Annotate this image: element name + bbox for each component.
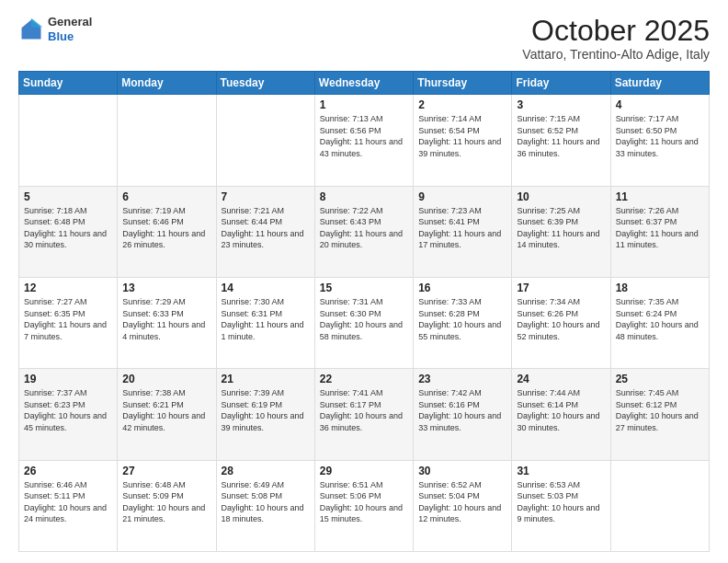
- day-cell: 13Sunrise: 7:29 AMSunset: 6:33 PMDayligh…: [118, 277, 216, 368]
- day-cell: 22Sunrise: 7:41 AMSunset: 6:17 PMDayligh…: [314, 369, 413, 460]
- day-info: Sunrise: 6:49 AMSunset: 5:08 PMDaylight:…: [222, 479, 310, 525]
- week-row-2: 5Sunrise: 7:18 AMSunset: 6:48 PMDaylight…: [19, 186, 710, 277]
- day-number: 14: [222, 282, 310, 294]
- day-cell: 11Sunrise: 7:26 AMSunset: 6:37 PMDayligh…: [610, 186, 709, 277]
- day-number: 17: [517, 282, 605, 294]
- day-number: 12: [24, 282, 112, 294]
- day-cell: 27Sunrise: 6:48 AMSunset: 5:09 PMDayligh…: [118, 460, 216, 551]
- day-number: 4: [616, 98, 704, 111]
- day-number: 20: [122, 373, 210, 385]
- day-number: 15: [320, 282, 408, 294]
- logo-blue: Blue: [48, 29, 92, 44]
- day-info: Sunrise: 6:51 AMSunset: 5:06 PMDaylight:…: [320, 479, 408, 525]
- day-cell: 8Sunrise: 7:22 AMSunset: 6:43 PMDaylight…: [314, 186, 413, 277]
- day-number: 18: [616, 282, 704, 294]
- day-info: Sunrise: 6:53 AMSunset: 5:03 PMDaylight:…: [517, 479, 605, 525]
- logo: General Blue: [18, 15, 92, 43]
- day-number: 31: [517, 465, 605, 477]
- day-number: 25: [616, 373, 704, 385]
- day-cell: 14Sunrise: 7:30 AMSunset: 6:31 PMDayligh…: [216, 277, 314, 368]
- day-cell: 23Sunrise: 7:42 AMSunset: 6:16 PMDayligh…: [414, 369, 512, 460]
- page: General Blue October 2025 Vattaro, Trent…: [0, 0, 728, 563]
- day-number: 23: [418, 373, 506, 385]
- calendar-table: Sunday Monday Tuesday Wednesday Thursday…: [18, 71, 710, 552]
- col-friday: Friday: [512, 72, 610, 95]
- day-number: 1: [320, 98, 408, 111]
- header: General Blue October 2025 Vattaro, Trent…: [18, 15, 710, 62]
- location: Vattaro, Trentino-Alto Adige, Italy: [522, 47, 710, 62]
- col-sunday: Sunday: [19, 72, 118, 95]
- day-number: 16: [418, 282, 506, 294]
- col-thursday: Thursday: [414, 72, 512, 95]
- day-number: 30: [418, 465, 506, 477]
- day-cell: 9Sunrise: 7:23 AMSunset: 6:41 PMDaylight…: [414, 186, 512, 277]
- day-number: 22: [320, 373, 408, 385]
- day-cell: 31Sunrise: 6:53 AMSunset: 5:03 PMDayligh…: [512, 460, 610, 551]
- week-row-1: 1Sunrise: 7:13 AMSunset: 6:56 PMDaylight…: [19, 95, 710, 186]
- day-info: Sunrise: 7:15 AMSunset: 6:52 PMDaylight:…: [517, 113, 605, 159]
- day-info: Sunrise: 7:39 AMSunset: 6:19 PMDaylight:…: [222, 387, 310, 433]
- day-number: 19: [24, 373, 112, 385]
- day-info: Sunrise: 7:26 AMSunset: 6:37 PMDaylight:…: [616, 205, 704, 251]
- day-info: Sunrise: 7:14 AMSunset: 6:54 PMDaylight:…: [418, 113, 506, 159]
- day-info: Sunrise: 6:48 AMSunset: 5:09 PMDaylight:…: [122, 479, 210, 525]
- day-info: Sunrise: 7:31 AMSunset: 6:30 PMDaylight:…: [320, 296, 408, 342]
- day-number: 6: [122, 190, 210, 203]
- day-number: 26: [24, 465, 112, 477]
- day-info: Sunrise: 7:45 AMSunset: 6:12 PMDaylight:…: [616, 387, 704, 433]
- month-title: October 2025: [522, 15, 710, 47]
- day-cell: 28Sunrise: 6:49 AMSunset: 5:08 PMDayligh…: [216, 460, 314, 551]
- day-info: Sunrise: 7:35 AMSunset: 6:24 PMDaylight:…: [616, 296, 704, 342]
- day-cell: 7Sunrise: 7:21 AMSunset: 6:44 PMDaylight…: [216, 186, 314, 277]
- day-info: Sunrise: 7:18 AMSunset: 6:48 PMDaylight:…: [24, 205, 112, 251]
- day-info: Sunrise: 7:29 AMSunset: 6:33 PMDaylight:…: [122, 296, 210, 342]
- day-info: Sunrise: 7:13 AMSunset: 6:56 PMDaylight:…: [320, 113, 408, 159]
- day-cell: 10Sunrise: 7:25 AMSunset: 6:39 PMDayligh…: [512, 186, 610, 277]
- day-number: 5: [24, 190, 112, 203]
- day-cell: 1Sunrise: 7:13 AMSunset: 6:56 PMDaylight…: [314, 95, 413, 186]
- day-cell: 4Sunrise: 7:17 AMSunset: 6:50 PMDaylight…: [610, 95, 709, 186]
- day-number: 28: [222, 465, 310, 477]
- col-monday: Monday: [118, 72, 216, 95]
- day-number: 29: [320, 465, 408, 477]
- calendar-header-row: Sunday Monday Tuesday Wednesday Thursday…: [19, 72, 710, 95]
- week-row-4: 19Sunrise: 7:37 AMSunset: 6:23 PMDayligh…: [19, 369, 710, 460]
- day-cell: 15Sunrise: 7:31 AMSunset: 6:30 PMDayligh…: [314, 277, 413, 368]
- day-cell: 16Sunrise: 7:33 AMSunset: 6:28 PMDayligh…: [414, 277, 512, 368]
- day-cell: 12Sunrise: 7:27 AMSunset: 6:35 PMDayligh…: [19, 277, 118, 368]
- day-cell: 5Sunrise: 7:18 AMSunset: 6:48 PMDaylight…: [19, 186, 118, 277]
- day-info: Sunrise: 7:22 AMSunset: 6:43 PMDaylight:…: [320, 205, 408, 251]
- day-cell: 3Sunrise: 7:15 AMSunset: 6:52 PMDaylight…: [512, 95, 610, 186]
- day-number: 9: [418, 190, 506, 203]
- day-info: Sunrise: 7:21 AMSunset: 6:44 PMDaylight:…: [222, 205, 310, 251]
- day-number: 8: [320, 190, 408, 203]
- day-cell: 29Sunrise: 6:51 AMSunset: 5:06 PMDayligh…: [314, 460, 413, 551]
- day-info: Sunrise: 7:25 AMSunset: 6:39 PMDaylight:…: [517, 205, 605, 251]
- day-cell: 20Sunrise: 7:38 AMSunset: 6:21 PMDayligh…: [118, 369, 216, 460]
- day-cell: 18Sunrise: 7:35 AMSunset: 6:24 PMDayligh…: [610, 277, 709, 368]
- logo-general: General: [48, 15, 92, 29]
- day-info: Sunrise: 7:41 AMSunset: 6:17 PMDaylight:…: [320, 387, 408, 433]
- day-info: Sunrise: 7:30 AMSunset: 6:31 PMDaylight:…: [222, 296, 310, 342]
- col-saturday: Saturday: [610, 72, 709, 95]
- day-cell: 24Sunrise: 7:44 AMSunset: 6:14 PMDayligh…: [512, 369, 610, 460]
- day-cell: 2Sunrise: 7:14 AMSunset: 6:54 PMDaylight…: [414, 95, 512, 186]
- day-info: Sunrise: 7:27 AMSunset: 6:35 PMDaylight:…: [24, 296, 112, 342]
- day-number: 24: [517, 373, 605, 385]
- day-cell: [610, 460, 709, 551]
- day-cell: 25Sunrise: 7:45 AMSunset: 6:12 PMDayligh…: [610, 369, 709, 460]
- week-row-3: 12Sunrise: 7:27 AMSunset: 6:35 PMDayligh…: [19, 277, 710, 368]
- day-number: 10: [517, 190, 605, 203]
- day-info: Sunrise: 7:23 AMSunset: 6:41 PMDaylight:…: [418, 205, 506, 251]
- col-wednesday: Wednesday: [314, 72, 413, 95]
- day-info: Sunrise: 6:46 AMSunset: 5:11 PMDaylight:…: [24, 479, 112, 525]
- col-tuesday: Tuesday: [216, 72, 314, 95]
- day-info: Sunrise: 7:19 AMSunset: 6:46 PMDaylight:…: [122, 205, 210, 251]
- title-block: October 2025 Vattaro, Trentino-Alto Adig…: [522, 15, 710, 62]
- day-info: Sunrise: 7:38 AMSunset: 6:21 PMDaylight:…: [122, 387, 210, 433]
- svg-marker-1: [31, 17, 42, 27]
- day-cell: 26Sunrise: 6:46 AMSunset: 5:11 PMDayligh…: [19, 460, 118, 551]
- day-info: Sunrise: 7:17 AMSunset: 6:50 PMDaylight:…: [616, 113, 704, 159]
- day-number: 21: [222, 373, 310, 385]
- day-cell: 17Sunrise: 7:34 AMSunset: 6:26 PMDayligh…: [512, 277, 610, 368]
